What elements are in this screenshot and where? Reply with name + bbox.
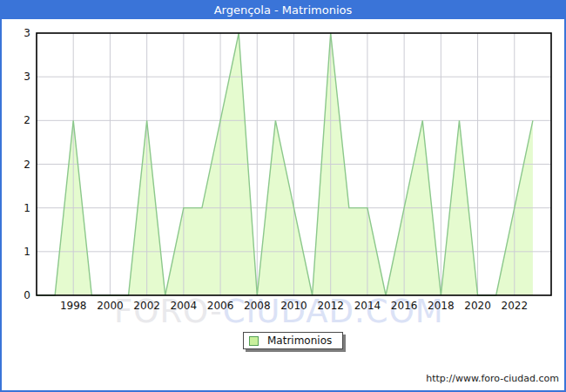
y-tick-label: 0 xyxy=(24,289,30,301)
y-tick-label: 2 xyxy=(24,114,30,126)
x-tick-label: 1998 xyxy=(60,300,87,312)
footer-url[interactable]: http://www.foro-ciudad.com xyxy=(426,373,559,384)
chart-title: Argençola - Matrimonios xyxy=(2,2,564,19)
x-tick-label: 2006 xyxy=(207,300,234,312)
x-tick-label: 2002 xyxy=(133,300,160,312)
x-tick-label: 2020 xyxy=(464,300,491,312)
x-tick-label: 2012 xyxy=(317,300,344,312)
x-tick-label: 2000 xyxy=(97,300,124,312)
legend-swatch-icon xyxy=(249,336,259,346)
x-tick-label: 2018 xyxy=(428,300,455,312)
x-tick-label: 2004 xyxy=(171,300,198,312)
x-tick-label: 2010 xyxy=(280,300,307,312)
x-tick-label: 2008 xyxy=(244,300,271,312)
y-tick-label: 1 xyxy=(24,246,30,258)
chart-window: Argençola - Matrimonios FORO-CIUDAD.COM … xyxy=(0,0,566,392)
x-tick-label: 2014 xyxy=(354,300,381,312)
y-tick-label: 3 xyxy=(24,27,30,39)
y-tick-label: 2 xyxy=(24,159,30,171)
x-tick-label: 2016 xyxy=(391,300,418,312)
y-tick-label: 3 xyxy=(24,71,30,83)
legend: Matrimonios xyxy=(243,332,343,349)
legend-label: Matrimonios xyxy=(267,335,332,347)
y-tick-label: 1 xyxy=(24,202,30,214)
x-tick-label: 2022 xyxy=(502,300,529,312)
